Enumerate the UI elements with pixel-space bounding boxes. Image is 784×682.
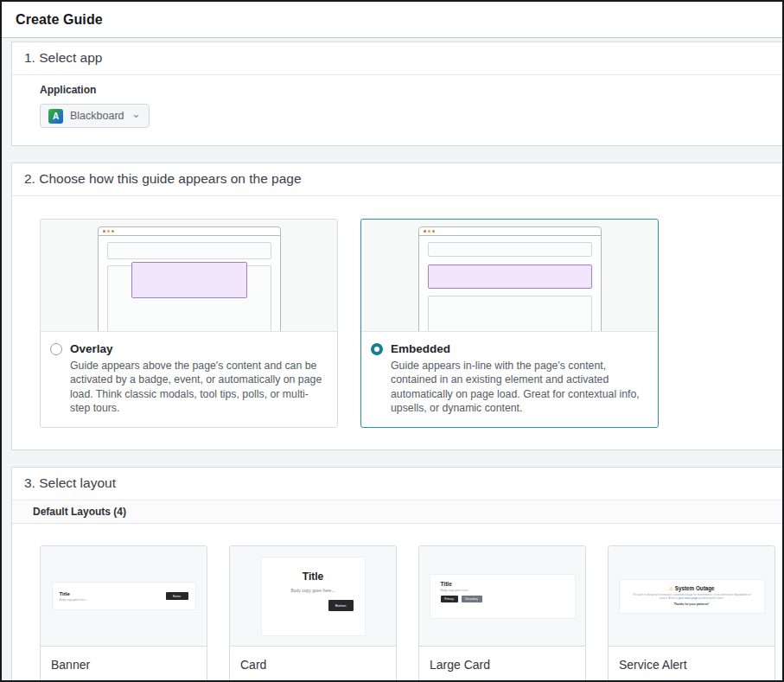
- application-label: Application: [40, 84, 755, 96]
- card-preview: Title Body copy goes here... Button: [230, 546, 396, 647]
- browser-titlebar: [419, 227, 601, 236]
- mock-body: Body copy goes here...: [262, 588, 365, 593]
- mock-secondary-button: Secondary: [462, 596, 482, 602]
- mock-footer: Thanks for your patience!: [628, 602, 755, 606]
- window-dot-green: [432, 230, 435, 233]
- layout-card-service-alert[interactable]: ⚠System Outage This alert is designed to…: [608, 545, 775, 682]
- section-appearance-title: 2. Choose how this guide appears on the …: [12, 163, 782, 196]
- warning-icon: ⚠: [668, 586, 672, 591]
- section-appearance: 2. Choose how this guide appears on the …: [11, 163, 782, 450]
- window-dot-yellow: [428, 230, 430, 233]
- banner-preview: Title Body copy goes here... Button: [41, 546, 207, 647]
- section-select-app: 1. Select app Application A Blackboard ⌄: [11, 41, 782, 146]
- pendo-default-badge: PENDO DEFAULT: [619, 679, 764, 682]
- mock-title: ⚠System Outage: [628, 585, 755, 591]
- browser-mock: [418, 226, 602, 332]
- layout-name: Service Alert: [619, 658, 764, 672]
- mock-status-link: your status page: [679, 596, 698, 600]
- layout-card-large-card[interactable]: Title Body copy goes here... Primary Sec…: [418, 545, 586, 682]
- mock-button: Button: [328, 600, 354, 611]
- pendo-default-badge: PENDO DEFAULT: [430, 679, 575, 682]
- create-guide-dialog: Create Guide 1. Select app Application A…: [0, 0, 784, 682]
- mock-title: Title: [60, 591, 88, 596]
- option-card-embedded[interactable]: Embedded Guide appears in-line with the …: [360, 219, 659, 428]
- dialog-header: Create Guide: [2, 2, 782, 38]
- overlay-option-label: Overlay: [70, 342, 325, 355]
- appearance-options: Overlay Guide appears above the page's c…: [12, 196, 782, 449]
- card-mock: Title Body copy goes here... Button: [262, 558, 365, 635]
- content-block: [107, 242, 271, 259]
- mock-body: Body copy goes here...: [60, 598, 88, 602]
- layout-name: Card: [240, 658, 386, 672]
- default-layouts-header: Default Layouts (4): [12, 500, 782, 524]
- section-select-layout: 3. Select layout Default Layouts (4) Tit…: [11, 467, 782, 682]
- mock-button: Button: [166, 592, 188, 600]
- browser-content: [419, 236, 601, 332]
- large-card-meta: Large Card PENDO DEFAULT: [419, 647, 585, 682]
- dialog-title: Create Guide: [16, 12, 103, 28]
- pendo-default-badge: PENDO DEFAULT: [240, 679, 386, 682]
- blackboard-app-icon: A: [48, 109, 63, 124]
- window-dot-green: [112, 230, 114, 233]
- browser-titlebar: [99, 227, 280, 236]
- pendo-default-badge: PENDO DEFAULT: [51, 679, 196, 682]
- large-card-preview: Title Body copy goes here... Primary Sec…: [419, 546, 585, 647]
- mock-title: Title: [262, 570, 365, 583]
- layout-card-banner[interactable]: Title Body copy goes here... Button Bann…: [40, 545, 207, 682]
- layout-cards: Title Body copy goes here... Button Bann…: [12, 524, 782, 682]
- section-select-app-body: Application A Blackboard ⌄: [12, 75, 782, 145]
- overlay-illustration: [41, 220, 337, 332]
- service-alert-mock: ⚠System Outage This alert is designed to…: [620, 580, 764, 613]
- overlay-guide-shape: [131, 262, 247, 298]
- layout-card-card[interactable]: Title Body copy goes here... Button Card…: [229, 545, 397, 682]
- embedded-guide-shape: [428, 265, 592, 289]
- content-block: [428, 296, 592, 332]
- browser-content: [99, 236, 280, 332]
- banner-meta: Banner PENDO DEFAULT: [41, 647, 207, 682]
- dialog-body: 1. Select app Application A Blackboard ⌄…: [2, 38, 782, 682]
- card-meta: Card PENDO DEFAULT: [230, 647, 396, 682]
- window-dot-red: [424, 230, 426, 233]
- browser-mock: [98, 226, 281, 332]
- mock-body: Body copy goes here...: [441, 589, 564, 592]
- embedded-option-text: Embedded Guide appears in-line with the …: [361, 332, 658, 427]
- layout-name: Large Card: [430, 658, 575, 672]
- option-card-overlay[interactable]: Overlay Guide appears above the page's c…: [40, 219, 338, 428]
- window-dot-red: [103, 230, 105, 233]
- application-dropdown-value: Blackboard: [70, 110, 124, 122]
- mock-body: This alert is designed to announce a pla…: [628, 593, 755, 601]
- overlay-option-description: Guide appears above the page's content a…: [70, 359, 325, 415]
- large-card-mock: Title Body copy goes here... Primary Sec…: [430, 575, 575, 618]
- layout-name: Banner: [51, 658, 196, 672]
- section-select-app-title: 1. Select app: [12, 42, 782, 75]
- window-dot-yellow: [107, 230, 110, 233]
- overlay-option-text: Overlay Guide appears above the page's c…: [41, 332, 337, 427]
- section-select-layout-title: 3. Select layout: [12, 468, 782, 500]
- embedded-option-label: Embedded: [391, 342, 646, 355]
- embedded-illustration: [361, 220, 658, 332]
- banner-mock: Title Body copy goes here... Button: [53, 583, 195, 609]
- service-alert-preview: ⚠System Outage This alert is designed to…: [609, 546, 774, 647]
- mock-title: Title: [441, 581, 564, 587]
- service-alert-meta: Service Alert PENDO DEFAULT: [609, 647, 774, 682]
- embedded-radio[interactable]: [371, 343, 383, 355]
- content-block: [428, 242, 592, 257]
- application-dropdown[interactable]: A Blackboard ⌄: [40, 104, 150, 128]
- embedded-option-description: Guide appears in-line with the page's co…: [391, 359, 646, 415]
- mock-primary-button: Primary: [441, 596, 458, 602]
- overlay-radio[interactable]: [50, 343, 62, 355]
- chevron-down-icon: ⌄: [131, 111, 141, 118]
